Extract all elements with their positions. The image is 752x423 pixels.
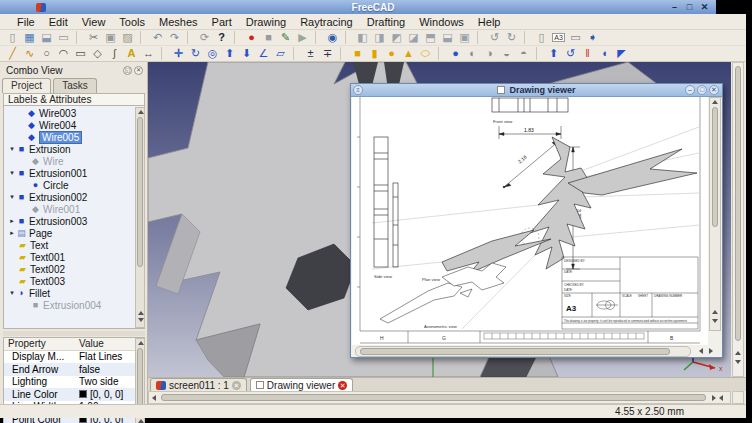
- view-left-icon[interactable]: [456, 30, 473, 45]
- menu-drafting[interactable]: Drafting: [360, 16, 413, 28]
- cut-icon[interactable]: [85, 30, 102, 45]
- macro-record-icon[interactable]: [243, 30, 260, 45]
- menu-raytracing[interactable]: Raytracing: [293, 16, 360, 28]
- expander-right-icon[interactable]: ▸: [8, 229, 16, 237]
- drawing-hscrollbar[interactable]: [355, 346, 691, 357]
- add-point-icon[interactable]: [302, 46, 319, 61]
- drawing-vscrollbar[interactable]: [709, 97, 721, 331]
- menu-view[interactable]: View: [75, 16, 113, 28]
- tree-item-wire003[interactable]: Wire003: [4, 107, 144, 119]
- save-icon[interactable]: [38, 30, 55, 45]
- expander-right-icon[interactable]: ▸: [8, 217, 16, 225]
- close-icon[interactable]: ✕: [709, 85, 719, 95]
- view-bottom-icon[interactable]: [439, 30, 456, 45]
- tree-item-text003[interactable]: Text003: [4, 275, 144, 287]
- drawing-viewer-window[interactable]: ≡ Drawing viewer – □ ✕: [350, 83, 723, 358]
- draft-bspline-icon[interactable]: [106, 46, 123, 61]
- macro-edit-icon[interactable]: [277, 30, 294, 45]
- tab-project[interactable]: Project: [2, 78, 51, 93]
- viewport-hscrollbar[interactable]: [148, 391, 731, 404]
- tree-item-wire004[interactable]: Wire004: [4, 119, 144, 131]
- part-revolve-icon[interactable]: [562, 46, 579, 61]
- draft-scale-icon[interactable]: [272, 46, 289, 61]
- draft-downgrade-icon[interactable]: [238, 46, 255, 61]
- part-fillet-icon[interactable]: [596, 46, 613, 61]
- view-rear-icon[interactable]: [422, 30, 439, 45]
- part-chamfer-icon[interactable]: [613, 46, 630, 61]
- rotate-right-icon[interactable]: [503, 30, 520, 45]
- menu-file[interactable]: File: [10, 16, 42, 28]
- tree-item-wire[interactable]: Wire: [4, 155, 144, 167]
- new-document-icon[interactable]: [4, 30, 21, 45]
- tree-item-circle[interactable]: Circle: [4, 179, 144, 191]
- tree-item-fillet[interactable]: ▾Fillet: [4, 287, 144, 299]
- print-icon[interactable]: [55, 30, 72, 45]
- part-sphere-icon[interactable]: [383, 46, 400, 61]
- macro-stop-icon[interactable]: [260, 30, 277, 45]
- mdi-tab-screen011[interactable]: screen011 : 1 ✕: [150, 378, 247, 391]
- refresh-icon[interactable]: [196, 30, 213, 45]
- tree-item-page[interactable]: ▸Page: [4, 227, 144, 239]
- view-axonometric-icon[interactable]: [354, 30, 371, 45]
- expander-down-icon[interactable]: ▾: [8, 289, 16, 297]
- maximize-button[interactable]: □: [684, 1, 695, 12]
- property-row[interactable]: LightingTwo side: [4, 376, 144, 389]
- draft-move-icon[interactable]: [170, 46, 187, 61]
- mdi-tab-drawing-viewer[interactable]: Drawing viewer ✕: [250, 378, 353, 391]
- panel-splitter[interactable]: [3, 331, 145, 336]
- tree-item-extrusion[interactable]: ▾Extrusion: [4, 143, 144, 155]
- tree-item-text[interactable]: Text: [4, 239, 144, 251]
- draft-wire-icon[interactable]: [21, 46, 38, 61]
- draft-rotate-icon[interactable]: [187, 46, 204, 61]
- drawing-sheet[interactable]: H G B Front view 1.83: [352, 97, 708, 345]
- tab-close-icon[interactable]: ✕: [338, 381, 347, 390]
- property-row[interactable]: Display M...Flat Lines: [4, 351, 144, 364]
- part-boolean-icon[interactable]: [447, 46, 464, 61]
- tree-item-extrusion003[interactable]: ▸Extrusion003: [4, 215, 144, 227]
- minimize-button[interactable]: –: [669, 1, 680, 12]
- tree-item-extrusion004[interactable]: Extrusion004: [4, 299, 144, 311]
- view-front-icon[interactable]: [371, 30, 388, 45]
- menu-tools[interactable]: Tools: [112, 16, 152, 28]
- zoom-selection-icon[interactable]: [324, 30, 341, 45]
- undo-icon[interactable]: [149, 30, 166, 45]
- draft-arc-icon[interactable]: [55, 46, 72, 61]
- redo-icon[interactable]: [166, 30, 183, 45]
- part-union-icon[interactable]: [464, 46, 481, 61]
- draft-upgrade-icon[interactable]: [221, 46, 238, 61]
- expander-down-icon[interactable]: ▾: [8, 169, 16, 177]
- draft-line-icon[interactable]: [4, 46, 21, 61]
- draft-polygon-icon[interactable]: [89, 46, 106, 61]
- expander-down-icon[interactable]: ▾: [8, 193, 16, 201]
- part-cylinder-icon[interactable]: [366, 46, 383, 61]
- viewport-vscrollbar[interactable]: [732, 62, 744, 377]
- draft-offset-icon[interactable]: [204, 46, 221, 61]
- export-page-icon[interactable]: [584, 30, 601, 45]
- minimize-icon[interactable]: –: [685, 85, 695, 95]
- menu-meshes[interactable]: Meshes: [152, 16, 205, 28]
- part-extrude-icon[interactable]: [545, 46, 562, 61]
- drawing-viewer-titlebar[interactable]: ≡ Drawing viewer – □ ✕: [351, 84, 722, 97]
- draft-circle-icon[interactable]: [38, 46, 55, 61]
- dock-float-icon[interactable]: ◱: [123, 66, 132, 75]
- rotate-left-icon[interactable]: [486, 30, 503, 45]
- a3-landscape-icon[interactable]: [550, 30, 567, 45]
- title-bar[interactable]: FreeCAD – □ ✕: [0, 0, 746, 14]
- combo-view-titlebar[interactable]: Combo View ◱ ✕: [2, 64, 146, 77]
- tree-item-text002[interactable]: Text002: [4, 263, 144, 275]
- remove-point-icon[interactable]: [319, 46, 336, 61]
- view-right-icon[interactable]: [405, 30, 422, 45]
- part-cone-icon[interactable]: [400, 46, 417, 61]
- menu-help[interactable]: Help: [471, 16, 508, 28]
- tree-item-text001[interactable]: Text001: [4, 251, 144, 263]
- menu-windows[interactable]: Windows: [412, 16, 471, 28]
- copy-icon[interactable]: [102, 30, 119, 45]
- tree-item-extrusion001[interactable]: ▾Extrusion001: [4, 167, 144, 179]
- new-drawing-page-icon[interactable]: [533, 30, 550, 45]
- tree-item-wire005-selected[interactable]: Wire005: [4, 131, 144, 143]
- open-icon[interactable]: [21, 30, 38, 45]
- part-cut-icon[interactable]: [498, 46, 515, 61]
- menu-edit[interactable]: Edit: [42, 16, 75, 28]
- maximize-icon[interactable]: □: [697, 85, 707, 95]
- whats-this-icon[interactable]: [213, 30, 230, 45]
